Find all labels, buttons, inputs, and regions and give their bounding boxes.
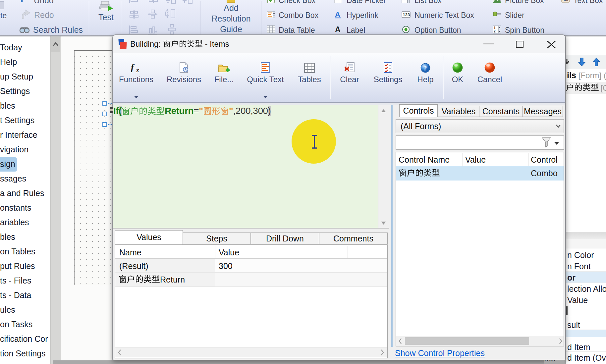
svg-text:?: ? <box>423 64 427 72</box>
svg-text:123: 123 <box>403 12 410 17</box>
svg-text:abl: abl <box>563 0 568 2</box>
svg-text:A: A <box>335 25 341 34</box>
svg-text:x: x <box>136 67 139 74</box>
svg-text:A: A <box>335 10 340 19</box>
svg-text:f: f <box>131 63 135 72</box>
svg-text:2: 2 <box>494 29 496 33</box>
